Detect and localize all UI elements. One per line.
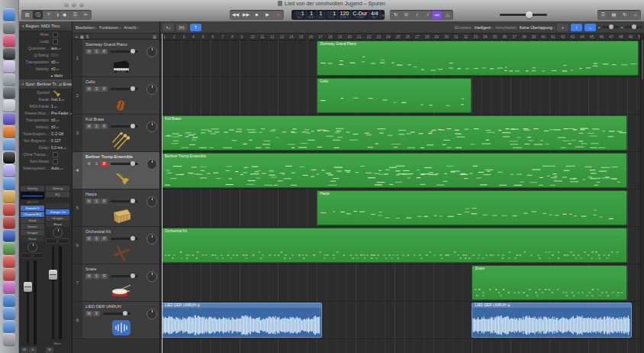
smart-controls-button[interactable]: ◉ (60, 11, 69, 19)
stereo-button[interactable]: Stereo (21, 224, 44, 229)
solo-button[interactable]: S (93, 199, 100, 204)
vertical-zoom-slider[interactable] (602, 26, 619, 28)
input-monitor-box[interactable] (58, 238, 69, 244)
region-param-row-1[interactable]: Loop: (19, 38, 72, 45)
metronome-button[interactable]: △ (443, 11, 452, 19)
record-button[interactable]: R (101, 49, 108, 54)
volume-slider[interactable] (103, 313, 130, 315)
track-zoom-button[interactable]: ▥ (153, 34, 156, 39)
dock-icon-blue-folder-1[interactable] (3, 307, 15, 319)
replace-button[interactable]: / (412, 11, 422, 19)
dock-icon-cards-app[interactable] (3, 60, 15, 73)
menu-ansicht[interactable]: Ansicht ▾ (124, 25, 139, 30)
track-param-row-5[interactable]: Velocity:±0▴▾ (19, 124, 72, 131)
track-param-row-8[interactable]: Delay:0,0 ms▴▾ (19, 144, 72, 151)
dock-icon-trash[interactable] (3, 333, 15, 345)
midi-region[interactable]: Full Brass (162, 115, 627, 151)
stepper-icon[interactable]: ▴▾ (56, 117, 60, 124)
dock-icon-b-app[interactable] (3, 229, 15, 241)
mute-button[interactable]: M (85, 274, 92, 279)
setting-button[interactable]: Setting (46, 186, 69, 191)
track-inspector-header[interactable]: ▼Spur: Berliner Tr...p Ensemble (19, 79, 72, 89)
stepper-icon[interactable]: ▴▾ (63, 144, 66, 151)
record-button[interactable]: R (101, 236, 108, 241)
record-button[interactable]: R (101, 124, 108, 129)
region-param-row-4[interactable]: Transposition:±0▴▾ (19, 59, 72, 66)
plugin-slot[interactable]: iZotope Oz (46, 209, 69, 215)
dock-icon-music-app[interactable] (3, 34, 15, 47)
auto-zoom-button[interactable]: ↔ (584, 24, 596, 31)
solo-button[interactable]: S (93, 311, 100, 316)
volume-slider[interactable] (111, 125, 138, 128)
automation-mode-button[interactable]: Read (46, 222, 69, 227)
library-button[interactable]: ▥ (22, 11, 32, 19)
lcd-key-signature[interactable]: C-Dur TONART (351, 10, 369, 20)
editors-button[interactable]: ✂ (81, 11, 91, 19)
track-param-row-11[interactable]: Notensystem...:Auto▴▾ (19, 165, 72, 172)
volume-slider-handle[interactable] (130, 199, 135, 203)
stepper-icon[interactable]: ▴▾ (60, 165, 63, 172)
dock-icon-keynote[interactable] (3, 294, 15, 306)
region-inspector-header[interactable]: ▼Region: MIDI Thru (19, 21, 72, 31)
track-param-row-0[interactable]: Symbol (19, 89, 72, 96)
solo-button[interactable]: S (93, 124, 100, 129)
track-solo-button[interactable]: S (86, 34, 89, 39)
quick-help-button[interactable]: ? (43, 11, 53, 19)
menu-bearbeiten[interactable]: Bearbeiten ▾ (76, 25, 96, 30)
dock-icon-quicktime[interactable] (3, 86, 15, 99)
track-config-button[interactable]: ▦ (80, 34, 84, 39)
region-param-row-0[interactable]: Mute: (19, 31, 72, 38)
lcd-tempo[interactable]: 120 TEMPO (338, 10, 351, 20)
add-track-button[interactable]: + (76, 34, 78, 39)
gruppe-button[interactable]: Gruppe (46, 215, 69, 221)
volume-slider[interactable] (111, 238, 138, 240)
dock-icon-final-cut[interactable] (3, 164, 15, 176)
eq-display[interactable] (21, 192, 44, 199)
plugin-slot[interactable]: Kontakt 5 (21, 206, 44, 211)
track-param-row-1[interactable]: Kanal:Inst 3▴▾ (19, 96, 72, 103)
dock-icon-photo-booth[interactable] (3, 21, 15, 34)
mute-button[interactable]: M (85, 311, 92, 316)
dock-icon-disk-utility[interactable] (3, 47, 15, 60)
track-header-berliner-trump-ensemble[interactable]: 4Berliner Trump EnsembleMSR (72, 152, 159, 189)
fader-handle[interactable] (49, 270, 57, 280)
note-pads-button[interactable]: ▤ (609, 11, 619, 19)
pan-knob[interactable] (21, 242, 44, 252)
stepper-icon[interactable]: ▴▾ (69, 110, 72, 117)
master-volume-slider[interactable] (500, 14, 547, 16)
horizontal-zoom-handle[interactable] (632, 24, 636, 29)
record-button[interactable]: ● (273, 11, 283, 19)
region-param-row-5[interactable]: Velocity:±0▴▾ (19, 66, 72, 73)
send-button[interactable]: Send (21, 218, 44, 223)
record-button[interactable]: R (101, 86, 108, 92)
volume-slider[interactable] (111, 163, 138, 165)
stepper-icon[interactable]: ▴▾ (54, 103, 57, 110)
rewind-button[interactable]: ◀◀ (230, 11, 240, 19)
dock-icon-color-wheel[interactable] (3, 281, 15, 293)
track-param-row-10[interactable]: Kein Reset: (19, 158, 72, 165)
mute-button[interactable]: M (85, 161, 92, 167)
mute-button[interactable]: M (85, 199, 92, 204)
eq-button[interactable]: EQ (46, 192, 69, 197)
audio-region[interactable]: LIED DER UNRUH ② (162, 303, 322, 338)
region-param-row-3[interactable]: Q-Swing:50% (19, 52, 72, 59)
input-monitor-box[interactable] (33, 253, 44, 258)
stepper-icon[interactable]: ▴▾ (56, 59, 60, 66)
stepper-icon[interactable]: ▴▾ (56, 66, 60, 73)
track-param-row-6[interactable]: Notenbegren...:C-2 G8 (19, 131, 72, 138)
stepper-icon[interactable]: ▴▾ (61, 96, 64, 103)
mute-button[interactable]: M (85, 86, 92, 92)
pointer-tool-button[interactable]: ↖▾ (163, 24, 174, 31)
dock-icon-photos[interactable] (3, 99, 15, 112)
track-param-row-9[interactable]: Ohne Transp...: (19, 151, 72, 158)
dock-icon-imovie[interactable] (3, 112, 15, 125)
playhead[interactable] (162, 34, 163, 353)
solo-button[interactable]: S (29, 347, 37, 353)
midi-region[interactable]: Snare (472, 265, 626, 300)
volume-slider-handle[interactable] (130, 124, 135, 128)
list-editors-button[interactable]: ☰ (598, 11, 608, 19)
autopunch-button[interactable]: ⊙ (401, 11, 411, 19)
midi-region[interactable]: Berliner Trump Ensemble (162, 153, 627, 188)
inspector-button[interactable]: ⓘ (33, 11, 43, 19)
apple-loops-button[interactable]: ↻ (620, 11, 630, 19)
